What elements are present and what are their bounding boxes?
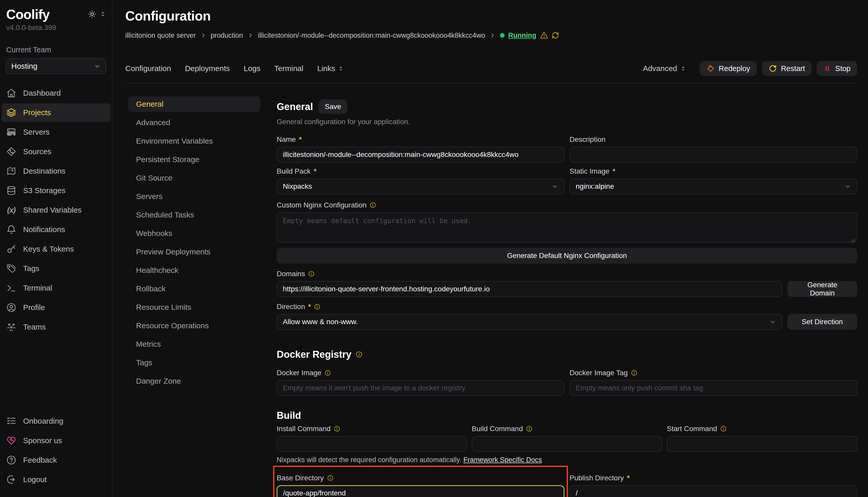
domains-input[interactable]: [277, 281, 782, 297]
theme-sun-icon[interactable]: [88, 10, 97, 18]
info-icon[interactable]: [308, 271, 315, 277]
sidebar-item-label: Keys & Tokens: [23, 245, 74, 253]
name-input[interactable]: [277, 147, 564, 162]
publish-directory-input[interactable]: [569, 485, 857, 497]
static-image-label: Static Image: [569, 167, 609, 175]
subnav-item-danger-zone[interactable]: Danger Zone: [128, 373, 260, 389]
docker-image-tag-label: Docker Image Tag: [569, 369, 628, 377]
docker-image-tag-input[interactable]: [569, 380, 857, 396]
subnav-item-resource-limits[interactable]: Resource Limits: [128, 300, 260, 315]
sidebar-item-tags[interactable]: Tags: [2, 259, 110, 278]
static-image-select[interactable]: nginx:alpine: [569, 179, 857, 194]
info-icon[interactable]: [314, 303, 320, 310]
subnav-item-general[interactable]: General: [128, 96, 260, 112]
description-input[interactable]: [569, 147, 857, 162]
sidebar-item-notifications[interactable]: Notifications: [2, 220, 110, 239]
subnav-item-preview-deployments[interactable]: Preview Deployments: [128, 244, 260, 259]
subnav-item-webhooks[interactable]: Webhooks: [128, 226, 260, 241]
redeploy-button[interactable]: Redeploy: [700, 61, 757, 76]
sidebar-item-shared-variables[interactable]: (x) Shared Variables: [2, 201, 110, 219]
info-icon[interactable]: [327, 475, 334, 481]
status-running-link[interactable]: Running: [508, 31, 536, 40]
required-asterisk: *: [314, 167, 316, 175]
sidebar-item-dashboard[interactable]: Dashboard: [2, 84, 110, 102]
sidebar-item-logout[interactable]: Logout: [2, 470, 110, 489]
sidebar-item-onboarding[interactable]: Onboarding: [2, 412, 110, 430]
base-directory-input[interactable]: [277, 485, 564, 497]
subnav-item-resource-operations[interactable]: Resource Operations: [128, 318, 260, 333]
sidebar-item-teams[interactable]: Teams: [2, 318, 110, 336]
info-icon[interactable]: [325, 370, 331, 376]
build-command-input[interactable]: [472, 436, 662, 452]
install-command-input[interactable]: [277, 436, 467, 452]
sidebar-item-destinations[interactable]: Destinations: [2, 162, 110, 180]
help-circle-icon: [6, 455, 16, 465]
git-source-icon: [6, 146, 16, 157]
subnav-item-persistent-storage[interactable]: Persistent Storage: [128, 152, 260, 167]
tab-configuration[interactable]: Configuration: [125, 64, 171, 73]
sidebar-item-label: Terminal: [23, 284, 52, 292]
info-icon[interactable]: [526, 425, 533, 432]
sidebar-item-terminal[interactable]: Terminal: [2, 279, 110, 297]
chevron-right-icon: [490, 32, 495, 38]
stop-button[interactable]: Stop: [817, 61, 857, 76]
sidebar-item-s3-storages[interactable]: S3 Storages: [2, 181, 110, 200]
breadcrumb-resource[interactable]: illicitestonion/-module--decomposition:m…: [258, 31, 485, 40]
sidebar-item-projects[interactable]: Projects: [2, 103, 110, 122]
refresh-icon[interactable]: [551, 31, 560, 40]
save-button[interactable]: Save: [319, 100, 347, 114]
subnav-item-servers[interactable]: Servers: [128, 189, 260, 204]
tab-logs[interactable]: Logs: [244, 64, 261, 73]
restart-button[interactable]: Restart: [762, 61, 812, 76]
build-pack-value: Nixpacks: [283, 182, 312, 190]
subnav-item-git-source[interactable]: Git Source: [128, 170, 260, 186]
generate-nginx-button[interactable]: Generate Default Nginx Configuration: [277, 248, 857, 264]
sidebar-item-sponsor-us[interactable]: Sponsor us: [2, 431, 110, 450]
docker-registry-heading: Docker Registry: [277, 348, 352, 360]
tab-terminal[interactable]: Terminal: [274, 64, 303, 73]
tab-links[interactable]: Links: [317, 64, 344, 73]
sidebar-item-label: Sources: [23, 147, 51, 156]
stop-pause-icon: [823, 65, 831, 72]
nginx-config-label: Custom Nginx Configuration: [277, 201, 367, 209]
nginx-config-textarea[interactable]: [277, 212, 857, 243]
theme-chevrons-icon[interactable]: [100, 11, 106, 17]
sidebar-item-profile[interactable]: Profile: [2, 298, 110, 317]
users-icon: [6, 322, 16, 332]
info-icon[interactable]: [720, 425, 727, 432]
info-icon[interactable]: [370, 202, 376, 209]
docker-image-input[interactable]: [277, 380, 564, 396]
info-icon[interactable]: [631, 370, 637, 376]
general-subtitle: General configuration for your applicati…: [277, 117, 857, 127]
subnav-item-healthcheck[interactable]: Healthcheck: [128, 262, 260, 278]
subnav-item-scheduled-tasks[interactable]: Scheduled Tasks: [128, 207, 260, 223]
set-direction-button[interactable]: Set Direction: [787, 314, 857, 330]
subnav-item-metrics[interactable]: Metrics: [128, 337, 260, 352]
tab-deployments[interactable]: Deployments: [185, 64, 230, 73]
subnav-item-tags[interactable]: Tags: [128, 355, 260, 370]
breadcrumb-project[interactable]: illicitonion quote server: [125, 31, 196, 40]
sidebar-item-feedback[interactable]: Feedback: [2, 451, 110, 469]
sidebar-item-label: Servers: [23, 128, 50, 137]
framework-docs-link[interactable]: Framework Specific Docs: [463, 456, 542, 464]
sidebar-item-servers[interactable]: Servers: [2, 123, 110, 141]
subnav-item-rollback[interactable]: Rollback: [128, 281, 260, 296]
warning-triangle-icon: [540, 31, 548, 40]
generate-domain-button[interactable]: Generate Domain: [787, 281, 857, 297]
status-badge: Running: [500, 31, 559, 40]
subnav-item-advanced[interactable]: Advanced: [128, 115, 260, 130]
tab-links-label: Links: [317, 64, 335, 73]
info-icon[interactable]: [334, 425, 340, 432]
sidebar-item-sources[interactable]: Sources: [2, 142, 110, 161]
sidebar-item-keys-tokens[interactable]: Keys & Tokens: [2, 240, 110, 258]
team-select[interactable]: Hosting: [6, 58, 106, 74]
breadcrumb-environment[interactable]: production: [211, 31, 243, 40]
start-command-input[interactable]: [667, 436, 857, 452]
subnav-item-environment-variables[interactable]: Environment Variables: [128, 133, 260, 149]
direction-select[interactable]: Allow www & non-www.: [277, 314, 782, 330]
advanced-dropdown[interactable]: Advanced: [643, 64, 686, 73]
sidebar-item-label: Sponsor us: [23, 436, 62, 445]
publish-directory-label: Publish Directory: [569, 474, 624, 482]
info-icon[interactable]: [356, 351, 363, 358]
build-pack-select[interactable]: Nixpacks: [277, 179, 564, 194]
